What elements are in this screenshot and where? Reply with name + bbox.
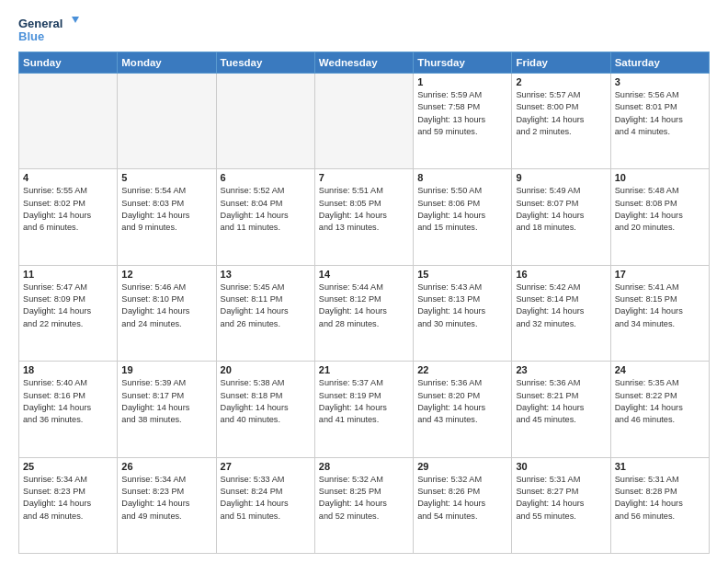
cell-info: Sunrise: 5:34 AMSunset: 8:23 PMDaylight:… — [121, 474, 211, 523]
calendar-cell: 5Sunrise: 5:54 AMSunset: 8:03 PMDaylight… — [118, 169, 216, 265]
cell-info: Sunrise: 5:38 AMSunset: 8:18 PMDaylight:… — [221, 377, 311, 426]
svg-marker-2 — [72, 17, 79, 23]
calendar-cell: 2Sunrise: 5:57 AMSunset: 8:00 PMDaylight… — [512, 74, 610, 169]
cell-info: Sunrise: 5:46 AMSunset: 8:10 PMDaylight:… — [121, 282, 211, 330]
day-number: 23 — [516, 364, 606, 375]
calendar-cell: 27Sunrise: 5:33 AMSunset: 8:24 PMDayligh… — [216, 457, 314, 553]
cell-info: Sunrise: 5:36 AMSunset: 8:21 PMDaylight:… — [516, 377, 606, 426]
cell-info: Sunrise: 5:41 AMSunset: 8:15 PMDaylight:… — [615, 282, 705, 330]
day-number: 3 — [615, 76, 705, 87]
svg-text:General: General — [18, 17, 63, 30]
calendar-week-row: 25Sunrise: 5:34 AMSunset: 8:23 PMDayligh… — [19, 457, 710, 553]
calendar-header-monday: Monday — [118, 52, 216, 74]
cell-info: Sunrise: 5:56 AMSunset: 8:01 PMDaylight:… — [615, 89, 705, 138]
cell-info: Sunrise: 5:40 AMSunset: 8:16 PMDaylight:… — [23, 377, 113, 426]
cell-info: Sunrise: 5:39 AMSunset: 8:17 PMDaylight:… — [121, 377, 211, 426]
calendar-cell: 6Sunrise: 5:52 AMSunset: 8:04 PMDaylight… — [216, 169, 314, 265]
calendar-cell: 18Sunrise: 5:40 AMSunset: 8:16 PMDayligh… — [19, 362, 118, 457]
cell-info: Sunrise: 5:45 AMSunset: 8:11 PMDaylight:… — [221, 282, 311, 330]
calendar-header-friday: Friday — [512, 52, 610, 74]
calendar-header-wednesday: Wednesday — [314, 52, 413, 74]
day-number: 8 — [417, 172, 507, 183]
day-number: 11 — [23, 269, 113, 280]
calendar-cell: 25Sunrise: 5:34 AMSunset: 8:23 PMDayligh… — [19, 457, 118, 553]
cell-info: Sunrise: 5:43 AMSunset: 8:13 PMDaylight:… — [417, 282, 507, 330]
day-number: 15 — [417, 269, 507, 280]
cell-info: Sunrise: 5:32 AMSunset: 8:26 PMDaylight:… — [417, 474, 507, 523]
cell-info: Sunrise: 5:47 AMSunset: 8:09 PMDaylight:… — [23, 282, 113, 330]
calendar-cell: 14Sunrise: 5:44 AMSunset: 8:12 PMDayligh… — [314, 265, 413, 361]
svg-text:Blue: Blue — [18, 29, 44, 42]
cell-info: Sunrise: 5:33 AMSunset: 8:24 PMDaylight:… — [221, 474, 311, 523]
calendar-cell: 26Sunrise: 5:34 AMSunset: 8:23 PMDayligh… — [118, 457, 216, 553]
calendar-week-row: 18Sunrise: 5:40 AMSunset: 8:16 PMDayligh… — [19, 362, 710, 457]
cell-info: Sunrise: 5:54 AMSunset: 8:03 PMDaylight:… — [121, 185, 211, 234]
calendar-cell: 9Sunrise: 5:49 AMSunset: 8:07 PMDaylight… — [512, 169, 610, 265]
day-number: 7 — [319, 172, 409, 183]
calendar-cell: 3Sunrise: 5:56 AMSunset: 8:01 PMDaylight… — [610, 74, 709, 169]
cell-info: Sunrise: 5:35 AMSunset: 8:22 PMDaylight:… — [615, 377, 705, 426]
calendar-header-row: SundayMondayTuesdayWednesdayThursdayFrid… — [19, 52, 710, 74]
calendar-header-sunday: Sunday — [19, 52, 118, 74]
day-number: 13 — [221, 269, 311, 280]
calendar-table: SundayMondayTuesdayWednesdayThursdayFrid… — [18, 52, 710, 554]
page: General Blue SundayMondayTuesdayWednesda… — [0, 0, 728, 563]
day-number: 14 — [319, 269, 409, 280]
day-number: 4 — [23, 172, 113, 183]
day-number: 6 — [221, 172, 311, 183]
calendar-cell: 29Sunrise: 5:32 AMSunset: 8:26 PMDayligh… — [414, 457, 512, 553]
calendar-cell: 4Sunrise: 5:55 AMSunset: 8:02 PMDaylight… — [19, 169, 118, 265]
day-number: 24 — [615, 364, 705, 375]
calendar-cell: 30Sunrise: 5:31 AMSunset: 8:27 PMDayligh… — [512, 457, 610, 553]
cell-info: Sunrise: 5:51 AMSunset: 8:05 PMDaylight:… — [319, 185, 409, 234]
calendar-cell: 31Sunrise: 5:31 AMSunset: 8:28 PMDayligh… — [610, 457, 709, 553]
calendar-cell: 16Sunrise: 5:42 AMSunset: 8:14 PMDayligh… — [512, 265, 610, 361]
calendar-cell: 24Sunrise: 5:35 AMSunset: 8:22 PMDayligh… — [610, 362, 709, 457]
day-number: 28 — [319, 461, 409, 472]
calendar-cell: 13Sunrise: 5:45 AMSunset: 8:11 PMDayligh… — [216, 265, 314, 361]
calendar-header-thursday: Thursday — [414, 52, 512, 74]
cell-info: Sunrise: 5:32 AMSunset: 8:25 PMDaylight:… — [319, 474, 409, 523]
day-number: 29 — [417, 461, 507, 472]
calendar-cell — [314, 74, 413, 169]
calendar-header-tuesday: Tuesday — [216, 52, 314, 74]
cell-info: Sunrise: 5:44 AMSunset: 8:12 PMDaylight:… — [319, 282, 409, 330]
calendar-cell: 15Sunrise: 5:43 AMSunset: 8:13 PMDayligh… — [414, 265, 512, 361]
cell-info: Sunrise: 5:37 AMSunset: 8:19 PMDaylight:… — [319, 377, 409, 426]
calendar-cell: 28Sunrise: 5:32 AMSunset: 8:25 PMDayligh… — [314, 457, 413, 553]
cell-info: Sunrise: 5:42 AMSunset: 8:14 PMDaylight:… — [516, 282, 606, 330]
header: General Blue — [18, 15, 710, 42]
cell-info: Sunrise: 5:49 AMSunset: 8:07 PMDaylight:… — [516, 185, 606, 234]
cell-info: Sunrise: 5:57 AMSunset: 8:00 PMDaylight:… — [516, 89, 606, 138]
day-number: 17 — [615, 269, 705, 280]
calendar-cell: 8Sunrise: 5:50 AMSunset: 8:06 PMDaylight… — [414, 169, 512, 265]
day-number: 1 — [417, 76, 507, 87]
logo: General Blue — [18, 15, 83, 42]
calendar-header-saturday: Saturday — [610, 52, 709, 74]
cell-info: Sunrise: 5:34 AMSunset: 8:23 PMDaylight:… — [23, 474, 113, 523]
cell-info: Sunrise: 5:31 AMSunset: 8:28 PMDaylight:… — [615, 474, 705, 523]
day-number: 16 — [516, 269, 606, 280]
day-number: 22 — [417, 364, 507, 375]
calendar-week-row: 4Sunrise: 5:55 AMSunset: 8:02 PMDaylight… — [19, 169, 710, 265]
cell-info: Sunrise: 5:55 AMSunset: 8:02 PMDaylight:… — [23, 185, 113, 234]
cell-info: Sunrise: 5:52 AMSunset: 8:04 PMDaylight:… — [221, 185, 311, 234]
cell-info: Sunrise: 5:31 AMSunset: 8:27 PMDaylight:… — [516, 474, 606, 523]
day-number: 12 — [121, 269, 211, 280]
cell-info: Sunrise: 5:48 AMSunset: 8:08 PMDaylight:… — [615, 185, 705, 234]
calendar-cell: 21Sunrise: 5:37 AMSunset: 8:19 PMDayligh… — [314, 362, 413, 457]
day-number: 9 — [516, 172, 606, 183]
day-number: 25 — [23, 461, 113, 472]
cell-info: Sunrise: 5:59 AMSunset: 7:58 PMDaylight:… — [417, 89, 507, 138]
day-number: 19 — [121, 364, 211, 375]
day-number: 10 — [615, 172, 705, 183]
calendar-week-row: 11Sunrise: 5:47 AMSunset: 8:09 PMDayligh… — [19, 265, 710, 361]
calendar-cell: 1Sunrise: 5:59 AMSunset: 7:58 PMDaylight… — [414, 74, 512, 169]
calendar-cell: 11Sunrise: 5:47 AMSunset: 8:09 PMDayligh… — [19, 265, 118, 361]
calendar-cell: 10Sunrise: 5:48 AMSunset: 8:08 PMDayligh… — [610, 169, 709, 265]
day-number: 5 — [121, 172, 211, 183]
day-number: 20 — [221, 364, 311, 375]
day-number: 21 — [319, 364, 409, 375]
day-number: 30 — [516, 461, 606, 472]
day-number: 18 — [23, 364, 113, 375]
